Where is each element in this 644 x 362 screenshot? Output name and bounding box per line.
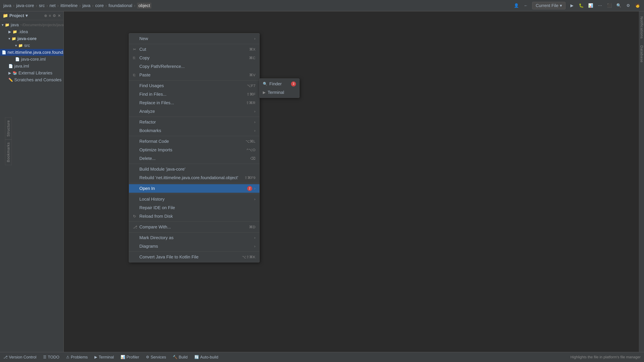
folder-java-icon: 📁 [5,23,10,27]
menu-item-compare-with[interactable]: ⎇ Compare With... ⌘D [129,223,260,231]
tree-item-java-iml[interactable]: 📄 java.iml [0,63,64,69]
menu-item-build-module[interactable]: Build Module 'java-core' [129,165,260,173]
shortcut-reformat-code: ⌥⌘L [246,139,256,144]
statusbar-label-auto-build: Auto-build [200,355,218,360]
menu-item-optimize-imports[interactable]: Optimize Imports ^⌥O [129,146,260,154]
menu-item-open-in[interactable]: Open In 2 › [129,184,260,193]
editor-area: New › ✂ Cut ⌘X ⎘ Copy ⌘C Copy Path/Refer… [64,11,639,352]
run-icon[interactable]: ▶ [569,2,575,8]
breadcrumb-sep-1: › [13,3,14,8]
menu-item-rebuild[interactable]: Rebuild 'net.ittimeline.java.core.founda… [129,173,260,182]
current-file-button[interactable]: Current File ▾ [532,2,566,9]
menu-item-bookmarks[interactable]: Bookmarks › [129,126,260,135]
menu-item-paste[interactable]: ⎗ Paste ⌘V [129,71,260,79]
menu-item-repair-ide[interactable]: Repair IDE on File [129,203,260,212]
breadcrumb-foundational[interactable]: foundational [108,3,132,8]
debug-icon[interactable]: 🐛 [578,2,584,8]
panel-dropdown-icon[interactable]: ▾ [26,13,28,18]
breadcrumb-java2[interactable]: java [82,3,90,8]
statusbar-profiler[interactable]: 📊 Profiler [120,355,139,360]
edge-tab-structure[interactable]: Structure [5,117,12,139]
statusbar-auto-build[interactable]: 🔄 Auto-build [194,355,218,360]
open-in-badge: 2 [247,186,252,191]
menu-item-copy-path[interactable]: Copy Path/Reference... [129,62,260,71]
menu-label-bookmarks: Bookmarks [139,128,254,133]
tree-item-java-core[interactable]: ▾ 📁 java-core [0,35,64,42]
tree-path-java: ~/Documents/projects/java/ittimeline/jav… [20,23,64,27]
folder-src-icon: 📁 [18,43,23,48]
right-tab-database[interactable]: Database [639,42,644,66]
search-icon[interactable]: 🔍 [616,2,622,8]
avatar-icon[interactable]: 👤 [513,2,520,8]
statusbar-todo[interactable]: ☰ TODO [43,355,59,360]
breadcrumb-sep-3: › [46,3,48,8]
edge-tab-bookmarks[interactable]: Bookmarks [5,139,12,165]
submenu-item-terminal[interactable]: ▶ Terminal [260,88,299,97]
breadcrumb-java-core[interactable]: java-core [16,3,34,8]
breadcrumb-core[interactable]: core [95,3,104,8]
breadcrumb-src[interactable]: src [39,3,45,8]
breadcrumb-net[interactable]: net [50,3,56,8]
panel-settings-icon[interactable]: ⚙ [53,13,56,18]
menu-label-local-history: Local History [139,197,254,202]
menu-item-reformat-code[interactable]: Reformat Code ⌥⌘L [129,137,260,146]
panel-title-label: Project [10,13,24,18]
tree-item-src[interactable]: ▾ 📁 src [0,42,64,49]
arrow-icon: › [254,186,256,191]
menu-item-analyze[interactable]: Analyze › [129,107,260,116]
statusbar-label-problems: Problems [71,355,88,360]
statusbar-label-build: Build [178,355,188,360]
menu-label-cut: Cut [139,47,249,52]
scratch-icon: ✏️ [8,78,13,82]
services-icon: ⚙ [146,355,149,359]
settings-icon[interactable]: ⚙ [625,2,631,8]
menu-item-find-in-files[interactable]: Find in Files... ⇧⌘F [129,90,260,98]
menu-item-new[interactable]: New › [129,34,260,43]
statusbar-services[interactable]: ⚙ Services [146,355,166,360]
locate-icon[interactable]: ⊕ [44,13,47,18]
statusbar-version-control[interactable]: ⎇ Version Control [3,355,36,360]
tree-item-java[interactable]: ▾ 📁 java ~/Documents/projects/java/ittim… [0,21,64,28]
tree-item-scratches[interactable]: ✏️ Scratches and Consoles [0,76,64,83]
menu-item-find-usages[interactable]: Find Usages ⌥F7 [129,81,260,90]
menu-label-repair-ide: Repair IDE on File [139,205,256,210]
submenu-label-finder: Finder [269,81,282,86]
tree-item-idea[interactable]: ▶ 📁 .idea [0,28,64,35]
file-icon: 📄 [2,50,6,55]
menu-item-local-history[interactable]: Local History › [129,195,260,203]
stop-icon[interactable]: ⬛ [606,2,612,8]
statusbar-problems[interactable]: ⚠ Problems [66,355,88,360]
shortcut-find-in-files: ⇧⌘F [246,92,256,96]
statusbar-terminal[interactable]: ▶ Terminal [94,355,114,360]
arrow-icon: › [254,244,256,249]
statusbar-build[interactable]: 🔨 Build [173,355,188,360]
close-icon[interactable]: ✕ [58,13,61,18]
tree-item-external-libs[interactable]: ▶ 📚 External Libraries [0,69,64,76]
shortcut-convert: ⌥⇧⌘K [242,255,256,259]
breadcrumb-java[interactable]: java [3,3,12,8]
back-icon[interactable]: ← [523,2,529,8]
coverage-icon[interactable]: 📊 [588,2,594,8]
breadcrumb-ittimeline[interactable]: ittimeline [60,3,78,8]
more-run-icon[interactable]: ⋯ [597,2,603,8]
collapse-icon[interactable]: ≡ [49,13,51,18]
menu-item-cut[interactable]: ✂ Cut ⌘X [129,45,260,54]
menu-label-refactor: Refactor [139,119,254,125]
separator-3 [129,117,260,117]
menu-item-convert-java-kotlin[interactable]: Convert Java File to Kotlin File ⌥⇧⌘K [129,253,260,261]
topbar: java › java-core › src › net › ittimelin… [0,0,644,11]
menu-item-refactor[interactable]: Refactor › [129,118,260,126]
user-avatar-icon[interactable]: 🧑 [634,2,641,8]
menu-item-diagrams[interactable]: Diagrams › [129,242,260,251]
menu-item-mark-directory[interactable]: Mark Directory as › [129,233,260,242]
menu-item-copy[interactable]: ⎘ Copy ⌘C [129,54,260,62]
right-tab-notifications[interactable]: Notifications [639,13,644,42]
menu-item-delete[interactable]: Delete... ⌫ [129,154,260,163]
submenu-item-finder[interactable]: 🔍 Finder 3 [260,80,299,88]
breadcrumb-object[interactable]: object [137,3,151,8]
menu-item-replace-in-files[interactable]: Replace in Files... ⇧⌘R [129,98,260,107]
tree-item-java-core-iml[interactable]: 📄 java-core.iml [0,56,64,63]
menu-item-reload-from-disk[interactable]: ↻ Reload from Disk [129,212,260,221]
tree-item-foundational-object[interactable]: 📄 net.ittimeline.java.core.foundational.… [0,49,64,56]
menu-label-optimize-imports: Optimize Imports [139,147,247,152]
